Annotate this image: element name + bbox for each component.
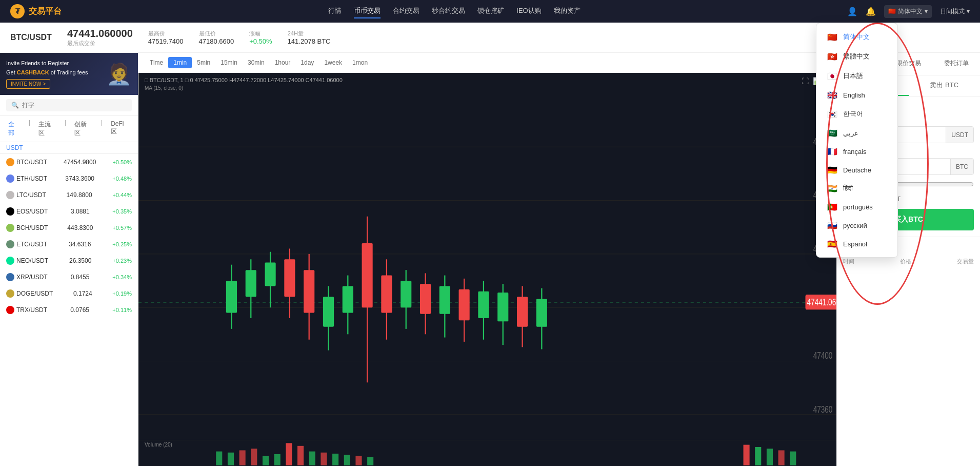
coin-name: BCH/USDT [16,224,48,231]
list-item[interactable]: LTC/USDT 149.8800 +0.44% [0,187,138,203]
list-item[interactable]: ETC/USDT 34.6316 +0.25% [0,236,138,253]
lang-item-pt[interactable]: 🇵🇹 português [816,198,897,216]
lang-item-ko[interactable]: 🇰🇷 한국어 [816,104,897,124]
theme-toggle[interactable]: 日间模式 ▾ [940,7,970,16]
logo[interactable]: ₮ 交易平台 [10,4,62,18]
svg-rect-20 [265,263,275,286]
lang-item-hi[interactable]: 🇮🇳 हिंदी [816,179,897,198]
chart-tab-5min[interactable]: 5min [192,57,215,68]
list-item[interactable]: XRP/USDT 0.8455 +0.34% [0,269,138,285]
search-input[interactable] [22,102,127,109]
list-item[interactable]: ETH/USDT 3743.3600 +0.48% [0,170,138,187]
list-item[interactable]: DOGE/USDT 0.1724 +0.19% [0,285,138,302]
trades-col-volume: 交易量 [957,258,974,265]
lang-item-fr[interactable]: 🇫🇷 français [816,142,897,161]
chart-tab-1mon[interactable]: 1mon [347,57,373,68]
svg-rect-70 [767,449,773,465]
market-sub-tab[interactable]: USDT [0,142,138,154]
logo-icon: ₮ [10,4,25,18]
low-value: 47180.6600 [199,37,234,45]
search-bar: 🔍 [0,95,138,116]
banner-line2: Get CASHBACK of Trading fees [6,68,88,77]
chart-ohlc: □ BTC/USDT, 1 □ 0 47425.75000 H47447.720… [145,77,343,83]
user-icon[interactable]: 👤 [847,7,857,16]
list-item[interactable]: EOS/USDT 3.0881 +0.35% [0,203,138,220]
lang-label-ar: عربي [843,129,858,137]
lang-item-es[interactable]: 🇪🇸 Español [816,235,897,253]
trades-col-price: 价格 [900,258,911,265]
svg-rect-67 [367,457,373,465]
eth-icon [6,174,14,183]
list-item[interactable]: BTC/USDT 47454.9800 +0.50% [0,154,138,170]
volume-value: 141.2078 BTC [288,37,331,45]
svg-rect-58 [263,456,269,465]
lang-label-de: Deutsche [843,166,871,174]
nav-ieo[interactable]: IEO认购 [516,4,541,18]
lang-label: 简体中文 [898,7,923,16]
svg-rect-44 [497,293,508,321]
chart-tab-1hour[interactable]: 1hour [270,57,296,68]
nav-contract[interactable]: 合约交易 [393,4,419,18]
market-tab-defi[interactable]: DeFi区 [109,119,132,139]
lang-item-en[interactable]: 🇬🇧 English [816,86,897,104]
market-tabs: 全部 | 主流区 | 创新区 | DeFi区 [0,116,138,142]
center-area: Time 1min 5min 15min 30min 1hour 1day 1w… [138,53,836,466]
list-item[interactable]: TRX/USDT 0.0765 +0.11% [0,302,138,318]
svg-rect-16 [226,281,237,313]
invite-now-button[interactable]: INVITE NOW > [6,79,50,89]
nav-assets[interactable]: 我的资产 [554,4,581,18]
lang-item-zh-cn[interactable]: 🇨🇳 简体中文 [816,27,897,47]
market-tab-all[interactable]: 全部 [6,119,23,139]
chart-info-bar: □ BTC/USDT, 1 □ 0 47425.75000 H47447.720… [145,77,343,83]
coin-name: DOGE/USDT [16,290,53,297]
lang-item-de[interactable]: 🇩🇪 Deutsche [816,161,897,179]
nav-market[interactable]: 行情 [328,4,342,18]
high-stat: 最高价 47519.7400 [148,30,184,45]
chart-tab-time[interactable]: Time [145,57,168,68]
list-item[interactable]: NEO/USDT 26.3500 +0.23% [0,253,138,269]
list-item[interactable]: BCH/USDT 443.8300 +0.57% [0,220,138,236]
coin-price: 0.1724 [73,290,92,297]
svg-rect-59 [274,454,281,465]
lang-item-ar[interactable]: 🇸🇦 عربي [816,124,897,142]
tab-sell-btc[interactable]: 卖出 BTC [909,75,981,96]
chart-tab-1week[interactable]: 1week [319,57,347,68]
btc-icon [6,158,14,166]
coin-name: TRX/USDT [16,306,47,314]
flag-ja: 🇯🇵 [827,72,838,80]
market-tab-innovation[interactable]: 创新区 [72,119,95,139]
market-tab-mainstream[interactable]: 主流区 [36,119,59,139]
invite-banner: Invite Friends to Register Get CASHBACK … [0,53,138,95]
svg-rect-46 [517,297,528,326]
divider: | [65,119,66,139]
svg-rect-64 [332,454,338,465]
chart-tab-1min[interactable]: 1min [168,57,192,68]
nav-second-contract[interactable]: 秒合约交易 [432,4,465,18]
volume-stat: 24H量 141.2078 BTC [288,30,331,45]
language-selector[interactable]: 🇨🇳 简体中文 ▾ [884,5,932,18]
change-stat: 涨幅 +0.50% [249,30,272,45]
svg-rect-63 [321,453,327,465]
volume-section: Volume (20) [138,440,836,466]
svg-rect-72 [790,452,796,465]
lang-item-ru[interactable]: 🇷🇺 русский [816,216,897,235]
buy-price-unit: USDT [946,127,973,143]
notification-icon[interactable]: 🔔 [866,7,876,16]
nav-coin-trade[interactable]: 币币交易 [354,4,381,18]
lang-label-hi: हिंदी [843,184,853,192]
banner-illustration: 🧑‍💼 [106,62,132,86]
volume-label: Volume (20) [145,442,172,448]
lang-item-zh-tw[interactable]: 🇭🇰 繁體中文 [816,47,897,66]
fullscreen-icon[interactable]: ⛶ [802,77,809,85]
lang-item-ja[interactable]: 🇯🇵 日本語 [816,66,897,86]
chart-tab-15min[interactable]: 15min [215,57,243,68]
trading-pair[interactable]: BTC/USDT [10,33,52,42]
chart-tab-30min[interactable]: 30min [243,57,270,68]
chart-tab-1day[interactable]: 1day [295,57,319,68]
search-wrap: 🔍 [6,99,132,111]
tab-delegated-order[interactable]: 委托订单 [932,53,980,75]
flag-fr: 🇫🇷 [827,147,838,156]
banner-text-area: Invite Friends to Register Get CASHBACK … [6,59,88,89]
volume-label: 24H量 [288,30,331,37]
nav-mining[interactable]: 锁仓挖矿 [477,4,504,18]
